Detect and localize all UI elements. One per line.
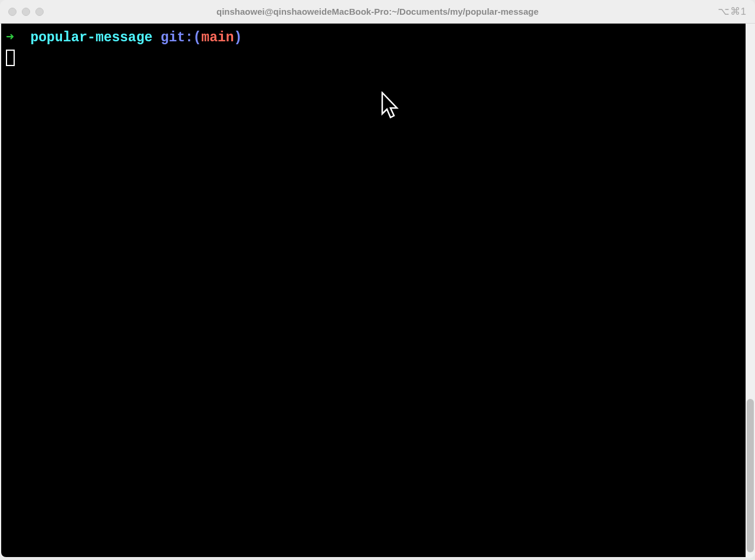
traffic-lights: [8, 8, 44, 16]
mouse-pointer-icon: [381, 91, 400, 120]
prompt-line: ➜ popular-message git:(main): [6, 30, 749, 47]
shortcut-badge: ⌥⌘1: [718, 5, 747, 18]
paren-open: (: [193, 30, 202, 45]
prompt-arrow-icon: ➜: [6, 30, 14, 45]
paren-close: ): [234, 30, 242, 45]
terminal-cursor: [6, 50, 15, 66]
window-title: qinshaowei@qinshaoweideMacBook-Pro:~/Doc…: [216, 6, 539, 17]
prompt-directory: popular-message: [30, 30, 152, 45]
terminal-body[interactable]: ➜ popular-message git:(main): [1, 24, 754, 557]
scrollbar-track[interactable]: [746, 24, 755, 558]
window-titlebar[interactable]: qinshaowei@qinshaoweideMacBook-Pro:~/Doc…: [0, 0, 755, 24]
git-branch: main: [201, 30, 234, 45]
minimize-button[interactable]: [22, 8, 30, 16]
git-label: git:: [160, 30, 193, 45]
terminal-window: qinshaowei@qinshaoweideMacBook-Pro:~/Doc…: [0, 0, 755, 558]
maximize-button[interactable]: [35, 8, 44, 16]
close-button[interactable]: [8, 8, 17, 16]
scrollbar-thumb[interactable]: [747, 399, 754, 552]
